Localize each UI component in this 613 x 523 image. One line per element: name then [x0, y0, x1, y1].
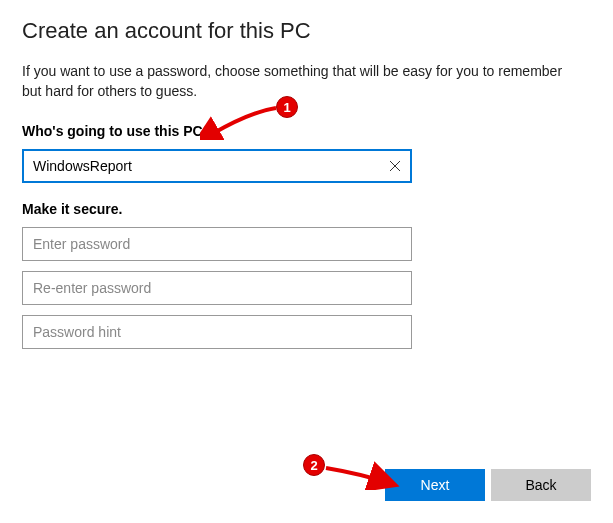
username-field-wrap — [22, 149, 412, 183]
password-hint-input[interactable] — [22, 315, 412, 349]
reenter-password-field-wrap — [22, 271, 412, 305]
intro-text: If you want to use a password, choose so… — [22, 62, 582, 101]
close-icon — [389, 158, 401, 175]
annotation-arrow-1 — [200, 104, 280, 140]
username-input[interactable] — [22, 149, 412, 183]
secure-label: Make it secure. — [22, 201, 591, 217]
clear-username-button[interactable] — [378, 149, 412, 183]
annotation-badge-2: 2 — [303, 454, 325, 476]
page-title: Create an account for this PC — [22, 18, 591, 44]
username-label: Who's going to use this PC? — [22, 123, 591, 139]
reenter-password-input[interactable] — [22, 271, 412, 305]
password-hint-field-wrap — [22, 315, 412, 349]
annotation-badge-1: 1 — [276, 96, 298, 118]
annotation-arrow-2 — [322, 460, 400, 490]
back-button[interactable]: Back — [491, 469, 591, 501]
button-row: Next Back — [385, 469, 591, 501]
next-button[interactable]: Next — [385, 469, 485, 501]
password-field-wrap — [22, 227, 412, 261]
password-input[interactable] — [22, 227, 412, 261]
